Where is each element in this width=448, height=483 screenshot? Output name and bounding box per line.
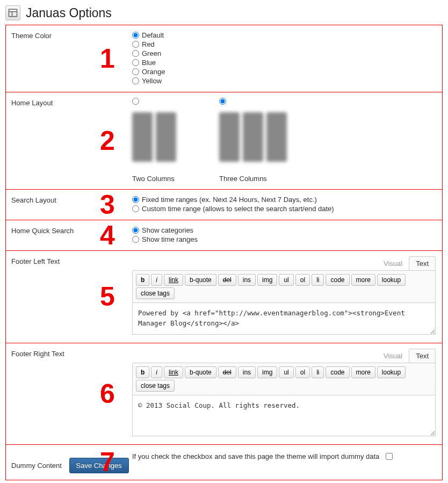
quick-option-time-ranges[interactable]: Show time ranges [132, 235, 436, 244]
dummy-label: Dummy Content [11, 462, 62, 470]
section-number: 2 [100, 125, 115, 156]
ed-btn-ins[interactable]: ins [238, 366, 256, 378]
layout-option-three-columns[interactable]: Three Columns [219, 98, 287, 183]
footer-right-textarea[interactable] [132, 395, 436, 436]
ed-btn-img[interactable]: img [257, 366, 277, 378]
section-footer-right: Footer Right Text 6 Visual Text b i link… [6, 343, 442, 445]
dummy-checkbox[interactable] [386, 453, 393, 460]
ed-btn-img[interactable]: img [257, 274, 277, 286]
ed-btn-ul[interactable]: ul [279, 366, 293, 378]
section-search-layout: Search Layout 3 Fixed time ranges (ex. N… [6, 190, 442, 220]
section-number: 3 [100, 189, 115, 220]
ed-btn-bold[interactable]: b [136, 366, 149, 378]
ed-btn-italic[interactable]: i [151, 366, 162, 378]
theme-option-blue[interactable]: Blue [132, 58, 436, 67]
ed-btn-ol[interactable]: ol [295, 274, 310, 286]
tab-text[interactable]: Text [409, 349, 436, 363]
section-dummy: Dummy Content 7 Save Changes If you chec… [6, 445, 442, 480]
svg-rect-0 [9, 9, 17, 17]
theme-option-orange[interactable]: Orange [132, 67, 436, 76]
dummy-text: If you check the checkbox and save this … [132, 452, 379, 460]
ed-btn-li[interactable]: li [312, 366, 324, 378]
section-number: 4 [100, 220, 115, 251]
search-option-custom[interactable]: Custom time range (allows to select the … [132, 204, 436, 213]
editor-toolbar: b i link b-quote del ins img ul ol li co… [132, 270, 436, 303]
section-number: 6 [100, 378, 115, 409]
footer-right-label: Footer Right Text [11, 350, 64, 358]
page-title: Januas Options [26, 6, 112, 20]
options-icon [5, 5, 20, 20]
editor-toolbar: b i link b-quote del ins img ul ol li co… [132, 363, 436, 395]
ed-btn-more[interactable]: more [351, 274, 375, 286]
section-theme-color: Theme Color 1 Default Red Green Blue Ora… [6, 25, 442, 92]
tab-text[interactable]: Text [409, 256, 436, 270]
ed-btn-more[interactable]: more [351, 366, 375, 378]
options-form: Theme Color 1 Default Red Green Blue Ora… [5, 25, 443, 480]
ed-btn-ins[interactable]: ins [238, 274, 256, 286]
save-button[interactable]: Save Changes [69, 458, 129, 473]
ed-btn-lookup[interactable]: lookup [377, 274, 406, 286]
ed-btn-del[interactable]: del [218, 274, 236, 286]
two-columns-thumb [132, 112, 176, 162]
search-option-fixed[interactable]: Fixed time ranges (ex. Next 24 Hours, Ne… [132, 195, 436, 204]
ed-btn-bold[interactable]: b [136, 274, 149, 286]
theme-option-green[interactable]: Green [132, 49, 436, 58]
ed-btn-bquote[interactable]: b-quote [185, 366, 216, 378]
section-quick-search: Home Quick Search 4 Show categories Show… [6, 220, 442, 251]
tab-visual[interactable]: Visual [377, 349, 409, 363]
ed-btn-ol[interactable]: ol [295, 366, 310, 378]
section-footer-left: Footer Left Text 5 Visual Text b i link … [6, 251, 442, 343]
ed-btn-li[interactable]: li [312, 274, 324, 286]
section-number: 5 [100, 281, 115, 312]
quick-search-label: Home Quick Search [11, 227, 74, 235]
home-layout-label: Home Layout [11, 99, 53, 107]
footer-left-editor: Visual Text b i link b-quote del ins img… [132, 256, 436, 336]
ed-btn-ul[interactable]: ul [279, 274, 293, 286]
ed-btn-link[interactable]: link [164, 274, 183, 286]
theme-option-default[interactable]: Default [132, 31, 436, 40]
ed-btn-link[interactable]: link [164, 366, 183, 378]
quick-option-categories[interactable]: Show categories [132, 226, 436, 235]
ed-btn-bquote[interactable]: b-quote [185, 274, 216, 286]
section-number: 1 [100, 43, 115, 74]
ed-btn-del[interactable]: del [218, 366, 236, 378]
footer-left-label: Footer Left Text [11, 257, 60, 265]
theme-color-label: Theme Color [11, 32, 52, 40]
footer-left-textarea[interactable] [132, 303, 436, 335]
theme-option-yellow[interactable]: Yellow [132, 76, 436, 85]
ed-btn-closetags[interactable]: close tags [136, 380, 175, 392]
ed-btn-lookup[interactable]: lookup [377, 366, 406, 378]
ed-btn-closetags[interactable]: close tags [136, 287, 175, 299]
three-columns-thumb [219, 112, 287, 162]
layout-option-two-columns[interactable]: Two Columns [132, 98, 176, 183]
ed-btn-code[interactable]: code [326, 366, 349, 378]
footer-right-editor: Visual Text b i link b-quote del ins img… [132, 349, 436, 438]
theme-option-red[interactable]: Red [132, 40, 436, 49]
ed-btn-code[interactable]: code [326, 274, 349, 286]
section-home-layout: Home Layout 2 Two Columns Three Column [6, 92, 442, 190]
page-header: Januas Options [5, 5, 443, 25]
tab-visual[interactable]: Visual [377, 256, 409, 270]
ed-btn-italic[interactable]: i [151, 274, 162, 286]
search-layout-label: Search Layout [11, 196, 56, 204]
